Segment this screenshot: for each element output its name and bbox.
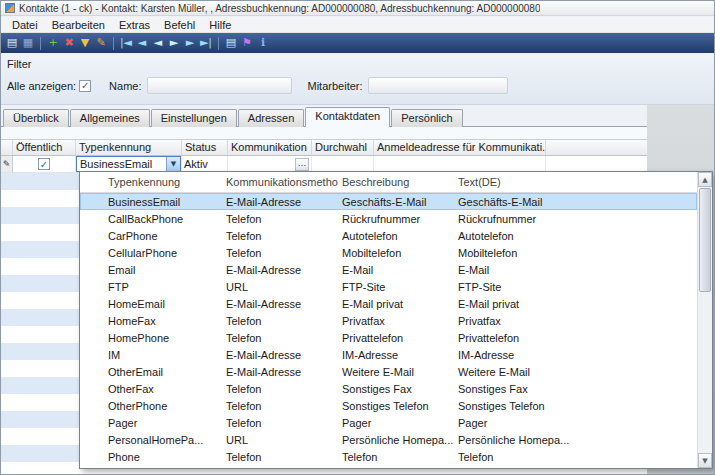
dropdown-row[interactable]: HomePhone Telefon Privattelefon Privatte… [80, 329, 697, 346]
cell-typenkennung: HomeFax [104, 315, 222, 327]
dropdown-row[interactable]: CellularPhone Telefon Mobiltelefon Mobil… [80, 244, 697, 261]
tab-ueberblick[interactable]: Überblick [3, 109, 69, 127]
dropdown-column-text-de: Text(DE) [454, 176, 570, 188]
title-bar: Kontakte (1 - ck) - Kontakt: Karsten Mül… [1, 1, 714, 16]
last-record-icon[interactable]: ►| [198, 34, 214, 52]
combobox-dropdown-button[interactable]: ▼ [166, 157, 180, 171]
flag-icon[interactable]: ⚑ [239, 34, 255, 52]
dropdown-row[interactable]: OtherFax Telefon Sonstiges Fax Sonstiges… [80, 380, 697, 397]
status-cell: Aktiv [182, 156, 228, 172]
oeffentlich-cell [13, 156, 76, 172]
new-record-icon[interactable]: ▤ [4, 34, 20, 52]
dropdown-row[interactable]: IM E-Mail-Adresse IM-Adresse IM-Adresse [80, 346, 697, 363]
cell-typenkennung: BusinessEmail [104, 196, 222, 208]
dropdown-header: Typenkennung Kommunikationsmethode Besch… [80, 172, 712, 193]
cell-beschreibung: Privatfax [338, 315, 454, 327]
scrollbar-thumb[interactable] [699, 188, 711, 292]
next-page-icon[interactable]: ► [182, 34, 198, 52]
tab-kontaktdaten[interactable]: Kontaktdaten [305, 107, 390, 127]
cell-beschreibung: Autotelefon [338, 230, 454, 242]
column-kommunikation[interactable]: Kommunikation [228, 140, 312, 155]
dropdown-row[interactable]: PersonalHomePa... URL Persönliche Homepa… [80, 431, 697, 448]
cell-text-de: E-Mail privat [454, 298, 570, 310]
filter-icon[interactable]: ▼ [77, 34, 93, 52]
cell-typenkennung: IM [104, 349, 222, 361]
cell-kommunikationsmethode: E-Mail-Adresse [222, 366, 338, 378]
first-record-icon[interactable]: |◄ [118, 34, 134, 52]
tab-einstellungen[interactable]: Einstellungen [151, 109, 237, 127]
cell-kommunikationsmethode: Telefon [222, 247, 338, 259]
tab-allgemeines[interactable]: Allgemeines [70, 109, 150, 127]
cell-text-de: Persönliche Homepa... [454, 434, 570, 446]
oeffentlich-checkbox[interactable] [38, 158, 50, 170]
name-input[interactable] [147, 77, 292, 94]
cell-kommunikationsmethode: E-Mail-Adresse [222, 349, 338, 361]
dropdown-scrollbar[interactable]: ▲ ▼ [697, 172, 712, 468]
dropdown-row[interactable]: BusinessEmail E-Mail-Adresse Geschäfts-E… [80, 193, 697, 210]
kommunikation-cell: … [228, 156, 312, 172]
cell-beschreibung: Mobiltelefon [338, 247, 454, 259]
cell-typenkennung: Phone [104, 451, 222, 463]
menu-extras[interactable]: Extras [112, 18, 157, 32]
dropdown-row[interactable]: Phone Telefon Telefon Telefon [80, 448, 697, 465]
typenkennung-cell: BusinessEmail ▼ [76, 156, 182, 172]
cell-text-de: Sonstiges Telefon [454, 400, 570, 412]
cell-beschreibung: E-Mail [338, 264, 454, 276]
kommunikation-lookup-button[interactable]: … [295, 158, 309, 171]
dropdown-row[interactable]: CarPhone Telefon Autotelefon Autotelefon [80, 227, 697, 244]
cell-beschreibung: E-Mail privat [338, 298, 454, 310]
app-icon [5, 3, 15, 13]
edit-filter-icon[interactable]: ✎ [93, 34, 109, 52]
cell-text-de: Autotelefon [454, 230, 570, 242]
column-anmeldeadresse[interactable]: Anmeldeadresse für Kommunikati... [374, 140, 546, 155]
dropdown-row[interactable]: OtherPhone Telefon Sonstiges Telefon Son… [80, 397, 697, 414]
dropdown-row[interactable]: HomeEmail E-Mail-Adresse E-Mail privat E… [80, 295, 697, 312]
column-durchwahl[interactable]: Durchwahl [312, 140, 374, 155]
cell-text-de: Privatfax [454, 315, 570, 327]
tab-adressen[interactable]: Adressen [238, 109, 304, 127]
cell-kommunikationsmethode: E-Mail-Adresse [222, 298, 338, 310]
new-mail-icon[interactable]: ▤ [223, 34, 239, 52]
cell-kommunikationsmethode: E-Mail-Adresse [222, 264, 338, 276]
next-record-icon[interactable]: ► [166, 34, 182, 52]
column-status[interactable]: Status [182, 140, 228, 155]
dropdown-row[interactable]: Email E-Mail-Adresse E-Mail E-Mail [80, 261, 697, 278]
cell-beschreibung: Pager [338, 417, 454, 429]
typenkennung-dropdown-popup: Typenkennung Kommunikationsmethode Besch… [79, 171, 713, 469]
row-filler [546, 156, 647, 172]
chevron-down-icon: ▼ [171, 160, 176, 168]
info-icon[interactable]: ℹ [255, 34, 271, 52]
menu-befehl[interactable]: Befehl [157, 18, 202, 32]
dropdown-row[interactable]: Pager Telefon Pager Pager [80, 414, 697, 431]
cell-typenkennung: OtherEmail [104, 366, 222, 378]
typenkennung-combobox[interactable]: BusinessEmail ▼ [76, 156, 181, 172]
menu-bar: Datei Bearbeiten Extras Befehl Hilfe [1, 17, 714, 33]
menu-hilfe[interactable]: Hilfe [202, 18, 238, 32]
menu-bearbeiten[interactable]: Bearbeiten [45, 18, 112, 32]
show-all-checkbox[interactable] [79, 80, 91, 92]
cell-kommunikationsmethode: Telefon [222, 213, 338, 225]
dropdown-row[interactable]: CallBackPhone Telefon Rückrufnummer Rück… [80, 210, 697, 227]
cell-beschreibung: Geschäfts-E-Mail [338, 196, 454, 208]
previous-page-icon[interactable]: ◄ [134, 34, 150, 52]
previous-record-icon[interactable]: ◄ [150, 34, 166, 52]
dropdown-row[interactable]: FTP URL FTP-Site FTP-Site [80, 278, 697, 295]
column-oeffentlich[interactable]: Öffentlich [13, 140, 76, 155]
employee-input[interactable] [368, 77, 508, 94]
scrollbar-up-icon[interactable]: ▲ [698, 172, 712, 187]
delete-record-icon[interactable]: ✖ [61, 34, 77, 52]
add-record-icon[interactable]: + [45, 34, 61, 52]
scrollbar-down-icon[interactable]: ▼ [698, 453, 712, 468]
cell-typenkennung: HomeEmail [104, 298, 222, 310]
dropdown-row[interactable]: OtherEmail E-Mail-Adresse Weitere E-Mail… [80, 363, 697, 380]
cell-text-de: Mobiltelefon [454, 247, 570, 259]
dropdown-row[interactable]: HomeFax Telefon Privatfax Privatfax [80, 312, 697, 329]
menu-datei[interactable]: Datei [5, 18, 45, 32]
grid-view-icon[interactable]: ▦ [20, 34, 36, 52]
column-typenkennung[interactable]: Typenkennung [76, 140, 182, 155]
cell-beschreibung: Rückrufnummer [338, 213, 454, 225]
cell-text-de: Telefon [454, 451, 570, 463]
cell-typenkennung: CarPhone [104, 230, 222, 242]
cell-beschreibung: FTP-Site [338, 281, 454, 293]
tab-persoenlich[interactable]: Persönlich [391, 109, 462, 127]
